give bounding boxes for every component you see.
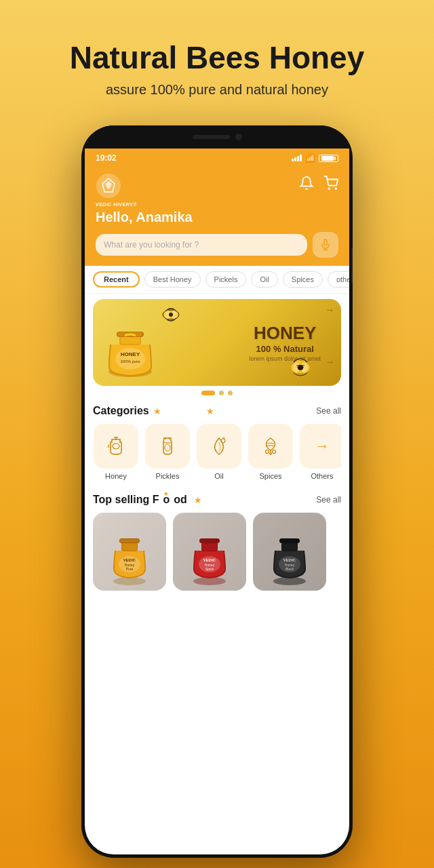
search-bar-container: What are you looking for ?: [85, 232, 349, 266]
svg-text:VEDIC: VEDIC: [203, 558, 216, 562]
svg-rect-37: [120, 539, 139, 542]
mic-icon: [319, 239, 332, 251]
banner-arrow-mid: →: [326, 357, 334, 367]
category-item-spices[interactable]: Spices: [248, 424, 294, 480]
oil-icon: [207, 434, 231, 458]
categories-header: Categories ★ ★ See all: [93, 405, 341, 417]
banner-dots: [93, 386, 341, 398]
dot-1[interactable]: [201, 391, 215, 395]
product-card-1[interactable]: VEDIC Honey Pure: [93, 513, 166, 591]
search-input-wrap[interactable]: What are you looking for ?: [96, 234, 307, 256]
top-selling-title: Top selling F: [93, 494, 159, 506]
categories-see-all[interactable]: See all: [316, 406, 341, 416]
page-subtitle: assure 100% pure and natural honey: [27, 80, 407, 99]
status-icons: 📶: [292, 153, 338, 163]
products-row: VEDIC Honey Pure: [93, 513, 341, 591]
status-bar: 19:02 📶: [85, 149, 349, 167]
banner-container: → →: [85, 294, 349, 398]
svg-point-20: [169, 313, 173, 317]
svg-point-1: [107, 181, 110, 184]
page-header: Natural Bees Honey assure 100% pure and …: [0, 0, 434, 113]
product-card-3[interactable]: VEDIC Honey Black: [253, 513, 326, 591]
svg-point-26: [298, 365, 303, 370]
svg-text:Spice: Spice: [205, 567, 214, 571]
signal-icon: [292, 155, 302, 161]
product-card-2[interactable]: VEDIC Honey Spice: [173, 513, 246, 591]
dot-3[interactable]: [228, 391, 233, 395]
page-title: Natural Bees Honey: [27, 20, 407, 80]
dot-2[interactable]: [219, 391, 224, 395]
others-arrow-icon: →: [315, 437, 330, 455]
phone-notch: [81, 125, 353, 149]
spices-icon: [258, 434, 283, 458]
category-label-oil: Oil: [214, 472, 223, 480]
status-time: 19:02: [96, 153, 117, 163]
svg-text:100% pure: 100% pure: [120, 359, 140, 363]
svg-point-27: [113, 443, 119, 449]
filter-tag-other[interactable]: other: [328, 271, 349, 288]
notification-button[interactable]: [299, 176, 314, 194]
banner-title: HONEY: [249, 323, 321, 344]
svg-rect-35: [122, 543, 137, 551]
svg-rect-53: [282, 543, 297, 551]
cart-button[interactable]: [323, 176, 338, 194]
pickle-icon: [155, 434, 180, 458]
logo-area: VEDIC HIVERY®: [96, 173, 137, 207]
categories-section: Categories ★ ★ See all: [85, 399, 349, 487]
product-jar-2-icon: VEDIC Honey Spice: [186, 520, 233, 588]
svg-point-28: [165, 444, 170, 451]
star-icon-2: ★: [206, 406, 214, 416]
notch-speaker: [193, 135, 230, 139]
svg-rect-4: [324, 240, 328, 245]
categories-title: Categories: [93, 405, 149, 417]
svg-text:VEDIC: VEDIC: [283, 558, 296, 562]
notch-camera: [235, 134, 242, 140]
banner[interactable]: → →: [93, 299, 341, 386]
svg-rect-55: [280, 539, 299, 542]
banner-desc: lorem ipsum dolor sit amet: [249, 355, 321, 362]
filter-tag-recent[interactable]: Recent: [93, 271, 140, 288]
top-selling-section: Top selling Fo★od ★ See all: [85, 488, 349, 595]
category-item-others[interactable]: → Others: [299, 424, 341, 480]
filter-tags-row: Recent Best Honey Pickels Oil Spices oth…: [85, 266, 349, 294]
category-item-honey[interactable]: Honey: [93, 424, 139, 480]
star-icon-food: ★: [194, 495, 202, 505]
svg-point-31: [273, 450, 276, 454]
mic-button[interactable]: [313, 232, 338, 258]
categories-row: Honey Pickles: [93, 424, 341, 480]
bell-icon: [299, 176, 314, 191]
filter-tag-best-honey[interactable]: Best Honey: [144, 271, 201, 288]
svg-rect-44: [202, 543, 217, 551]
phone-frame: 19:02 📶: [81, 125, 353, 858]
filter-tag-pickels[interactable]: Pickels: [205, 271, 247, 288]
phone-screen: 19:02 📶: [85, 149, 349, 854]
category-label-pickles: Pickles: [156, 472, 180, 480]
svg-rect-46: [200, 539, 219, 542]
svg-text:Pure: Pure: [126, 567, 134, 571]
filter-tag-oil[interactable]: Oil: [251, 271, 277, 288]
svg-rect-9: [121, 337, 140, 344]
cart-icon: [323, 176, 338, 191]
category-label-others: Others: [311, 472, 333, 480]
app-header: VEDIC HIVERY®: [85, 167, 349, 232]
banner-subtitle: 100 % Natural: [249, 344, 321, 354]
svg-text:Black: Black: [285, 567, 294, 571]
top-selling-see-all[interactable]: See all: [316, 495, 341, 505]
svg-text:VEDIC: VEDIC: [123, 558, 136, 562]
side-button: [351, 248, 353, 283]
svg-point-2: [328, 188, 330, 189]
honey-icon: [104, 434, 128, 458]
category-item-oil[interactable]: Oil: [196, 424, 242, 480]
search-placeholder: What are you looking for ?: [104, 240, 299, 250]
svg-point-30: [266, 450, 269, 454]
svg-point-3: [335, 188, 336, 189]
top-selling-header: Top selling Fo★od ★ See all: [93, 494, 341, 506]
category-label-spices: Spices: [259, 472, 281, 480]
product-jar-3-icon: VEDIC Honey Black: [266, 520, 313, 588]
logo-text: VEDIC HIVERY®: [96, 202, 137, 207]
svg-text:HONEY: HONEY: [121, 351, 140, 357]
filter-tag-spices[interactable]: Spices: [283, 271, 323, 288]
wifi-icon: 📶: [305, 153, 315, 163]
category-item-pickles[interactable]: Pickles: [144, 424, 191, 480]
header-actions: [299, 176, 338, 194]
